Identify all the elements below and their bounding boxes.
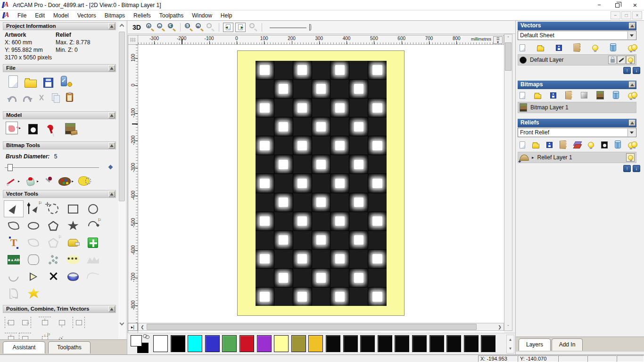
sheet-select[interactable]: Default Sheet xyxy=(518,31,636,40)
measure-icon[interactable] xyxy=(63,234,83,251)
expander-icon[interactable]: ▸ xyxy=(532,155,534,160)
scrollbar-thumb[interactable] xyxy=(119,32,125,201)
all-layers-visible-icon[interactable] xyxy=(628,44,637,51)
menu-model[interactable]: Model xyxy=(49,11,73,20)
scroll-up-icon[interactable]: ˆ xyxy=(504,34,512,42)
node-edit-icon[interactable]: ⚐ xyxy=(24,200,43,217)
ruler-units-dropdown[interactable]: ☰▾ xyxy=(493,36,503,44)
zoom-1to1-icon[interactable]: 1:1 xyxy=(185,23,193,31)
text-block-icon[interactable]: ■▲ABC xyxy=(4,251,24,268)
open-layer-icon[interactable] xyxy=(537,47,544,51)
palette-swatch[interactable] xyxy=(188,335,202,352)
align-center-x-icon[interactable] xyxy=(72,316,86,329)
polygon-icon[interactable] xyxy=(43,217,63,234)
scroll-mode-button[interactable]: ▸| xyxy=(128,323,138,331)
align-bottom-icon[interactable]: ↓ xyxy=(55,316,69,329)
menu-vectors[interactable]: Vectors xyxy=(73,11,100,20)
palette-swatch[interactable] xyxy=(274,335,289,352)
zoom-object-icon[interactable] xyxy=(196,23,204,31)
arc-icon[interactable]: ⚐ xyxy=(83,217,103,234)
delete-layer-icon[interactable] xyxy=(613,92,619,99)
mdi-close-button[interactable]: × xyxy=(632,11,642,19)
cut-icon[interactable] xyxy=(38,94,45,102)
minimize-button[interactable]: − xyxy=(590,0,608,10)
palette-swatch[interactable] xyxy=(326,335,340,352)
palette-swatch[interactable] xyxy=(412,335,427,352)
mdi-minimize-button[interactable]: − xyxy=(611,11,620,19)
zoom-disabled-icon[interactable] xyxy=(249,23,257,31)
primary-secondary-colour[interactable] xyxy=(131,335,151,354)
save-as-icon[interactable]: ✓ xyxy=(60,75,72,88)
view-3d-button[interactable]: 3D xyxy=(132,24,141,31)
tab-toolpaths[interactable]: Toolpaths xyxy=(48,341,91,354)
paste-special-icon[interactable] xyxy=(83,234,103,251)
zoom-slider-thumb[interactable] xyxy=(309,24,311,31)
scroll-right-icon[interactable]: ❯ xyxy=(496,323,504,330)
delete-layer-icon[interactable] xyxy=(610,44,616,51)
palette-swatch[interactable] xyxy=(481,335,495,352)
invert-model-icon[interactable] xyxy=(28,124,38,134)
scroll-up-icon[interactable]: ▲ xyxy=(507,335,514,344)
open-model-icon[interactable] xyxy=(25,80,37,88)
wrap-text-icon[interactable] xyxy=(24,234,43,251)
mdi-restore-button[interactable]: □ xyxy=(621,11,631,19)
copy-icon[interactable] xyxy=(52,93,59,102)
link-colours-icon[interactable] xyxy=(143,334,149,338)
open-layer-icon[interactable] xyxy=(534,94,541,99)
flyout-arrow-icon[interactable]: ▸ xyxy=(19,126,21,130)
toggle-visibility-icon[interactable] xyxy=(588,142,594,148)
dropdown-arrow-icon[interactable] xyxy=(627,32,636,39)
new-layer-icon[interactable] xyxy=(520,92,525,99)
lock-layer-icon[interactable] xyxy=(608,56,617,64)
flyout-arrow-icon[interactable]: ▸ xyxy=(72,179,74,183)
new-layer-icon[interactable] xyxy=(520,44,525,51)
adjust-model-icon[interactable] xyxy=(6,122,18,134)
section-icon[interactable] xyxy=(4,285,24,302)
collapse-button[interactable] xyxy=(108,23,115,29)
palette-swatch[interactable] xyxy=(360,335,375,352)
palette-swatch[interactable] xyxy=(429,335,444,352)
transform-icon[interactable] xyxy=(43,200,63,217)
scroll-down-icon[interactable]: ˇ xyxy=(504,323,512,330)
zoom-out-icon[interactable]: − xyxy=(157,23,165,31)
rectangle-icon[interactable] xyxy=(63,200,83,217)
undo-icon[interactable] xyxy=(8,96,17,102)
close-button[interactable]: × xyxy=(626,0,644,10)
palette-swatch[interactable] xyxy=(257,335,272,352)
palette-icon[interactable] xyxy=(58,177,71,186)
save-layer-icon[interactable] xyxy=(546,142,553,148)
nest-icon[interactable] xyxy=(63,251,83,268)
all-layers-visible-icon[interactable] xyxy=(628,141,637,148)
merge-layers-icon[interactable] xyxy=(565,91,572,99)
circle-icon[interactable] xyxy=(83,200,103,217)
menu-edit[interactable]: Edit xyxy=(31,11,49,20)
envelope-distort-icon[interactable] xyxy=(24,251,43,268)
bitmap-layer-row[interactable]: Bitmap Layer 1 xyxy=(518,102,636,113)
relief-layer-row[interactable]: ▸ Relief Layer 1 xyxy=(518,152,636,163)
magic-select-icon[interactable] xyxy=(78,176,90,186)
star-icon[interactable] xyxy=(63,217,83,234)
extrude-icon[interactable] xyxy=(63,268,83,285)
layer-colour-swatch[interactable] xyxy=(520,57,527,64)
palette-swatch[interactable] xyxy=(153,335,168,352)
assistant-scrollbar[interactable] xyxy=(118,22,125,339)
menu-file[interactable]: File xyxy=(13,11,31,20)
merge-layers-icon[interactable] xyxy=(573,43,580,52)
palette-swatch[interactable] xyxy=(291,335,306,352)
new-layer-icon[interactable] xyxy=(520,141,525,148)
tab-add-in[interactable]: Add In xyxy=(552,338,583,351)
layer-visible-icon[interactable] xyxy=(626,153,635,162)
align-left-icon[interactable]: ← xyxy=(4,316,18,329)
redo-icon[interactable] xyxy=(23,96,31,102)
greyscale-icon[interactable] xyxy=(581,92,587,99)
restore-button[interactable] xyxy=(608,0,626,10)
scrollbar-thumb[interactable] xyxy=(147,324,477,330)
palette-swatch[interactable] xyxy=(343,335,358,352)
save-layer-icon[interactable] xyxy=(550,92,556,99)
collapse-button[interactable] xyxy=(108,306,115,312)
collapse-button[interactable] xyxy=(108,142,115,148)
scroll-down-icon[interactable]: ▼ xyxy=(507,344,514,353)
tab-layers[interactable]: Layers xyxy=(519,338,551,351)
bisector-icon[interactable] xyxy=(24,268,43,285)
ellipse-icon[interactable] xyxy=(24,217,43,234)
